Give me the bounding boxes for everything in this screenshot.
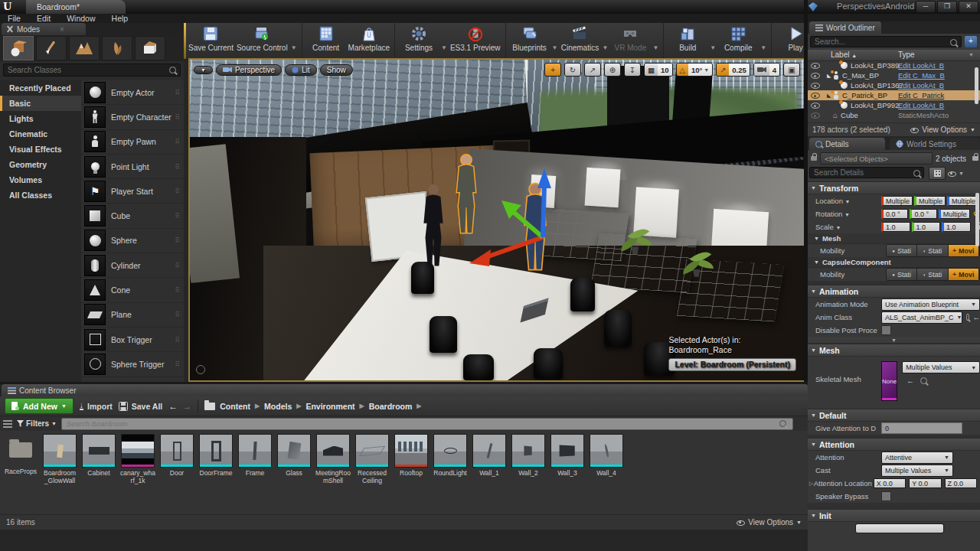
item-empty-actor[interactable]: Empty Actor⠿	[81, 80, 184, 105]
mobility-segmented-control[interactable]: ●Stati ◐Stati +Movi	[886, 244, 980, 257]
drag-grip-icon[interactable]: ⠿	[175, 138, 180, 145]
item-cube[interactable]: Cube⠿	[81, 204, 184, 228]
drag-grip-icon[interactable]: ⠿	[175, 163, 180, 171]
asset-door[interactable]: Door	[159, 434, 194, 510]
blueprints-button[interactable]: Blueprints	[511, 24, 549, 52]
surface-snap-button[interactable]: ↧	[624, 63, 641, 77]
vr-mode-dropdown-icon[interactable]: ▼	[652, 44, 658, 51]
cinematics-button[interactable]: Cinematics	[560, 24, 599, 52]
breadcrumb-boardroom[interactable]: Boardroom	[369, 402, 413, 411]
outliner-search-input[interactable]	[810, 36, 962, 47]
close-button[interactable]: ✕	[959, 1, 978, 13]
outliner-row-lookat-bp389[interactable]: LookAt_BP389 Edit LookAt_B	[808, 60, 980, 70]
asset-doorframe[interactable]: DoorFrame	[198, 434, 234, 510]
attention-section-header[interactable]: ▼Attention	[808, 438, 980, 451]
outliner-row-lookat-bp1367[interactable]: LookAt_BP1367 Edit LookAt_B	[808, 80, 980, 90]
details-scrollbar[interactable]	[975, 193, 979, 246]
type-sort-icon[interactable]: ▼	[969, 52, 974, 57]
viewport-scene[interactable]: Selected Actor(s) in: Boardroom_Race Lev…	[190, 60, 804, 380]
capsule-subsection-header[interactable]: ▼CapsuleComponent	[808, 257, 980, 268]
back-arrow-button[interactable]: ←	[168, 401, 178, 412]
drag-grip-icon[interactable]: ⠿	[175, 113, 180, 121]
marketplace-button[interactable]: U Marketplace	[348, 24, 390, 52]
visibility-eye-icon[interactable]	[811, 62, 820, 69]
asset-rooftop[interactable]: Rooftop	[394, 434, 429, 510]
lock-icon[interactable]	[972, 156, 978, 161]
asset-wall-1[interactable]: Wall_1	[472, 434, 507, 510]
visibility-eye-icon[interactable]	[811, 102, 820, 109]
drag-grip-icon[interactable]: ⠿	[175, 286, 180, 294]
category-recently-placed[interactable]: Recently Placed	[0, 80, 81, 96]
outliner-row-lookat-bp992[interactable]: LookAt_BP992 Edit LookAt_B	[808, 100, 980, 110]
preview-mode-button[interactable]: ES3.1 Preview	[450, 24, 501, 52]
mode-landscape-button[interactable]	[69, 36, 100, 60]
lit-button[interactable]: Lit	[285, 64, 317, 76]
mode-foliage-button[interactable]	[102, 36, 132, 60]
gizmo-z-axis[interactable]	[543, 185, 544, 237]
source-control-button[interactable]: Source Control	[237, 24, 288, 52]
browse-icon[interactable]	[966, 314, 969, 321]
source-control-dropdown-icon[interactable]: ▼	[291, 44, 297, 51]
world-settings-tab[interactable]: World Settings	[890, 138, 980, 150]
rotation-snap-icon[interactable]: △	[677, 64, 688, 76]
scale-tool-button[interactable]: ↗	[584, 63, 601, 77]
settings-dropdown-icon[interactable]: ▼	[441, 44, 447, 51]
item-sphere[interactable]: Sphere⠿	[81, 229, 184, 253]
drag-grip-icon[interactable]: ⠿	[175, 89, 180, 96]
category-volumes[interactable]: Volumes	[0, 172, 81, 187]
browse-icon[interactable]	[920, 377, 927, 384]
mode-place-button[interactable]	[3, 36, 34, 60]
attention-dropdown[interactable]: Attentive▼	[881, 452, 953, 464]
blueprints-dropdown-icon[interactable]: ▼	[552, 44, 558, 51]
mobility-static-button[interactable]: ●Stati	[887, 245, 917, 256]
item-sphere-trigger[interactable]: Sphere Trigger⠿	[81, 352, 184, 377]
category-cinematic[interactable]: Cinematic	[0, 126, 81, 142]
rotation-label[interactable]: Rotation ▼	[815, 210, 881, 218]
search-classes-input[interactable]	[3, 64, 181, 77]
rotation-z-field[interactable]: Multiple	[939, 209, 970, 219]
asset-boardroom-glowwall[interactable]: Boardroom_GlowWall	[42, 434, 77, 510]
actor-black-suit[interactable]	[417, 177, 449, 278]
mobility-segmented-control[interactable]: ●Stati ◐Stati +Movi	[886, 268, 980, 281]
display-filter-dropdown-icon[interactable]: ▼	[959, 171, 964, 176]
scale-snap-icon[interactable]: ↗	[717, 64, 729, 76]
mobility-stationary-button[interactable]: ◐Stati	[917, 269, 948, 280]
drag-grip-icon[interactable]: ⠿	[175, 336, 180, 344]
import-button[interactable]: ↓ Import	[80, 402, 113, 411]
skeletal-mesh-thumbnail[interactable]: None	[881, 361, 897, 401]
mobility-static-button[interactable]: ●Stati	[887, 269, 917, 280]
attention-x-field[interactable]: X 0.0	[874, 478, 906, 488]
item-cylinder[interactable]: Cylinder⠿	[81, 253, 184, 278]
rotation-snap-control[interactable]: △ 10°▼	[676, 63, 714, 77]
asset-wall-4[interactable]: Wall_4	[589, 434, 624, 510]
give-attention-field[interactable]: 0	[881, 422, 962, 434]
rotate-tool-button[interactable]: ↻	[564, 63, 581, 77]
camera-speed-control[interactable]: 4	[753, 63, 780, 77]
scale-label[interactable]: Scale ▼	[815, 223, 881, 231]
visibility-eye-icon[interactable]	[811, 72, 820, 79]
scale-x-field[interactable]: 1.0	[881, 222, 910, 232]
sources-panel-icon[interactable]	[3, 420, 12, 428]
menu-file[interactable]: File	[8, 14, 21, 23]
document-tab[interactable]: Boardroom*	[26, 0, 126, 14]
outliner-row-c-max-bp[interactable]: ◣ C_Max_BP Edit C_Max_B	[808, 70, 980, 80]
outliner-add-icon[interactable]: +	[965, 36, 977, 47]
item-cone[interactable]: Cone⠿	[81, 278, 184, 302]
gizmo-z-arrowhead[interactable]	[537, 168, 551, 188]
content-browser-tab[interactable]: Content Browser	[2, 384, 808, 396]
asset-frame[interactable]: Frame	[237, 434, 273, 510]
location-y-field[interactable]: Multiple	[914, 196, 946, 206]
scale-z-field[interactable]: 1.0	[942, 222, 971, 232]
grid-snap-value[interactable]: 10	[658, 64, 672, 76]
gizmo-y-axis[interactable]	[511, 210, 543, 237]
maximize-viewport-button[interactable]: ▣	[783, 63, 800, 77]
vr-mode-button[interactable]: VR Mode	[611, 24, 649, 52]
grid-snap-icon[interactable]: ▦	[645, 64, 658, 76]
mobility-movable-button[interactable]: +Movi	[949, 269, 979, 280]
visibility-eye-icon[interactable]	[811, 112, 820, 119]
mesh-section-header[interactable]: ▼Mesh	[808, 344, 980, 357]
item-empty-character[interactable]: Empty Character⠿	[81, 105, 184, 129]
transform-section-header[interactable]: ▼Transform	[808, 181, 980, 194]
asset-cabinet[interactable]: Cabinet	[81, 434, 116, 510]
mesh-subsection-header[interactable]: ▼Mesh	[808, 233, 980, 244]
